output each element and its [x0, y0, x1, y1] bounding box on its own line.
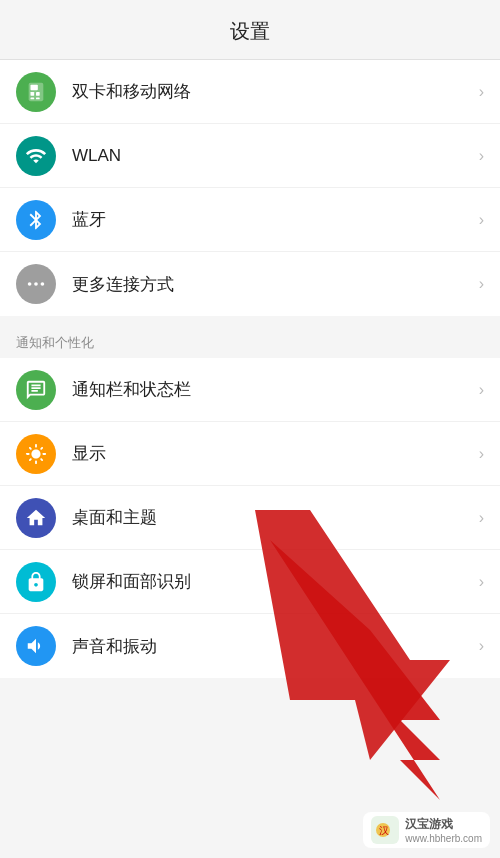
chevron-right-icon: › [479, 637, 484, 655]
sidebar-item-bluetooth[interactable]: 蓝牙 › [0, 188, 500, 252]
svg-point-8 [41, 282, 45, 286]
chevron-right-icon: › [479, 211, 484, 229]
svg-rect-2 [31, 92, 35, 96]
watermark: 汉 汉宝游戏 www.hbherb.com [363, 812, 490, 848]
notification-label: 通知栏和状态栏 [72, 378, 471, 401]
chevron-right-icon: › [479, 509, 484, 527]
chevron-right-icon: › [479, 275, 484, 293]
section2-title: 通知和个性化 [0, 324, 500, 358]
svg-rect-1 [31, 84, 38, 90]
desktop-theme-label: 桌面和主题 [72, 506, 471, 529]
sidebar-item-display[interactable]: 显示 › [0, 422, 500, 486]
sidebar-item-more-connections[interactable]: 更多连接方式 › [0, 252, 500, 316]
watermark-text: 汉宝游戏 www.hbherb.com [405, 816, 482, 844]
svg-point-7 [34, 282, 38, 286]
lock-screen-label: 锁屏和面部识别 [72, 570, 471, 593]
sidebar-item-lock-screen[interactable]: 锁屏和面部识别 › [0, 550, 500, 614]
display-label: 显示 [72, 442, 471, 465]
wifi-icon [16, 136, 56, 176]
sidebar-item-dual-sim[interactable]: 双卡和移动网络 › [0, 60, 500, 124]
svg-rect-5 [36, 97, 40, 99]
chevron-right-icon: › [479, 147, 484, 165]
page-title: 设置 [0, 0, 500, 60]
sidebar-item-desktop-theme[interactable]: 桌面和主题 › [0, 486, 500, 550]
home-icon [16, 498, 56, 538]
bluetooth-icon [16, 200, 56, 240]
display-icon [16, 434, 56, 474]
chevron-right-icon: › [479, 83, 484, 101]
chevron-right-icon: › [479, 381, 484, 399]
sound-icon [16, 626, 56, 666]
more-connections-icon [16, 264, 56, 304]
svg-text:汉: 汉 [379, 825, 389, 836]
more-connections-label: 更多连接方式 [72, 273, 471, 296]
personalization-section: 通知栏和状态栏 › 显示 › 桌面和主题 › 锁屏和面部识别 › [0, 358, 500, 678]
dual-sim-label: 双卡和移动网络 [72, 80, 471, 103]
lock-icon [16, 562, 56, 602]
chevron-right-icon: › [479, 445, 484, 463]
chevron-right-icon: › [479, 573, 484, 591]
sidebar-item-sound[interactable]: 声音和振动 › [0, 614, 500, 678]
svg-rect-4 [31, 97, 35, 99]
svg-rect-3 [36, 92, 40, 96]
watermark-logo: 汉 [371, 816, 399, 844]
svg-point-6 [28, 282, 32, 286]
connectivity-section: 双卡和移动网络 › WLAN › 蓝牙 › [0, 60, 500, 324]
wlan-label: WLAN [72, 146, 471, 166]
sidebar-item-wlan[interactable]: WLAN › [0, 124, 500, 188]
sound-label: 声音和振动 [72, 635, 471, 658]
bluetooth-label: 蓝牙 [72, 208, 471, 231]
sidebar-item-notification[interactable]: 通知栏和状态栏 › [0, 358, 500, 422]
sim-card-icon [16, 72, 56, 112]
notification-icon [16, 370, 56, 410]
